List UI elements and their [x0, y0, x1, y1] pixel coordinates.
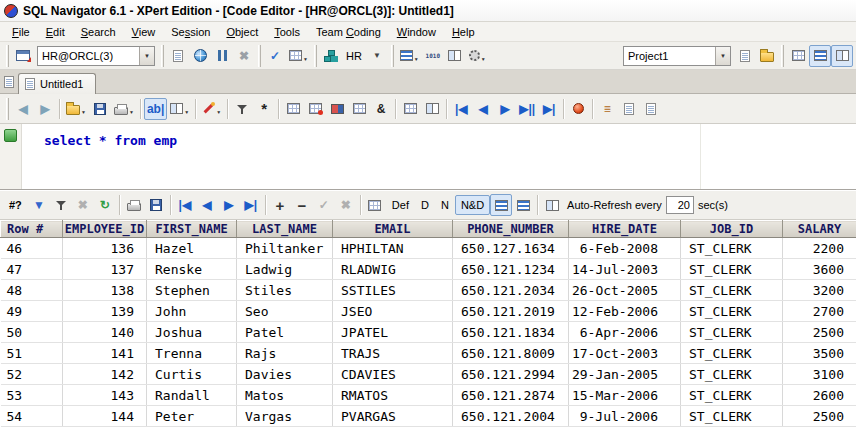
format-number-date-button[interactable]: N&D: [455, 195, 490, 215]
grid-cell[interactable]: 53: [1, 385, 63, 406]
history-page-icon[interactable]: [618, 98, 640, 120]
grid-cell[interactable]: Patel: [237, 322, 333, 343]
grid-cell[interactable]: 139: [63, 301, 147, 322]
preferences-icon[interactable]: ▼: [466, 45, 489, 67]
grid-cell[interactable]: 650.121.8009: [453, 343, 569, 364]
grid-cell[interactable]: 3100: [783, 364, 856, 385]
code-wizard-icon[interactable]: ▼: [199, 98, 224, 120]
stop-icon[interactable]: ✖: [233, 45, 255, 67]
grid-cell[interactable]: Philtanker: [237, 238, 333, 259]
grid-cell[interactable]: 650.121.1234: [453, 259, 569, 280]
grid-cell[interactable]: 137: [63, 259, 147, 280]
record-view-icon[interactable]: [512, 194, 534, 216]
open-session-icon[interactable]: [167, 45, 189, 67]
grid-cell[interactable]: 650.127.1634: [453, 238, 569, 259]
menu-item-edit[interactable]: Edit: [38, 24, 73, 40]
grid-cell[interactable]: 12-Feb-2006: [569, 301, 681, 322]
grid-cell[interactable]: Peter: [147, 406, 237, 427]
grid-cell[interactable]: Stiles: [237, 280, 333, 301]
grid-cell[interactable]: ST_CLERK: [681, 322, 783, 343]
grid-cell[interactable]: TRAJS: [333, 343, 453, 364]
grid-cell[interactable]: 650.121.2004: [453, 406, 569, 427]
grid-cell[interactable]: 136: [63, 238, 147, 259]
grid-cell[interactable]: CDAVIES: [333, 364, 453, 385]
db-navigator-icon[interactable]: [320, 45, 342, 67]
binary-format-icon[interactable]: 1010: [422, 45, 444, 67]
grid-cell[interactable]: ST_CLERK: [681, 385, 783, 406]
cancel-edit-icon[interactable]: ✖: [335, 194, 357, 216]
result-grid-icon[interactable]: [348, 98, 370, 120]
grid-cell[interactable]: Curtis: [147, 364, 237, 385]
grid-cell[interactable]: HPHILTAN: [333, 238, 453, 259]
grid-cell[interactable]: 650.121.2034: [453, 280, 569, 301]
grid-cell[interactable]: 650.121.2874: [453, 385, 569, 406]
spool-page-icon[interactable]: [640, 98, 662, 120]
column-header-email[interactable]: EMAIL: [333, 221, 453, 238]
column-header-phone-number[interactable]: PHONE_NUMBER: [453, 221, 569, 238]
filter-data-icon[interactable]: [50, 194, 72, 216]
select-star-icon[interactable]: *: [253, 98, 275, 120]
menu-item-object[interactable]: Object: [218, 24, 266, 40]
menu-item-search[interactable]: Search: [73, 24, 124, 40]
grid-cell[interactable]: 138: [63, 280, 147, 301]
grid-cell[interactable]: Renske: [147, 259, 237, 280]
delete-record-icon[interactable]: −: [291, 194, 313, 216]
menu-item-session[interactable]: Session: [163, 24, 218, 40]
grid-cell[interactable]: 48: [1, 280, 63, 301]
step-execute-icon[interactable]: ▶||: [516, 98, 538, 120]
grid-cell[interactable]: 52: [1, 364, 63, 385]
grid-cell[interactable]: Joshua: [147, 322, 237, 343]
commit-options-icon[interactable]: ▼: [286, 45, 311, 67]
refresh-icon[interactable]: ↻: [94, 194, 116, 216]
prior-result-icon[interactable]: ◀: [472, 98, 494, 120]
grid-cell[interactable]: 3600: [783, 259, 856, 280]
first-result-icon[interactable]: |◀: [450, 98, 472, 120]
single-record-view-icon[interactable]: [364, 194, 386, 216]
menu-item-tools[interactable]: Tools: [266, 24, 308, 40]
format-default-button[interactable]: Def: [386, 195, 415, 215]
grid-cell[interactable]: ST_CLERK: [681, 238, 783, 259]
sort-icon[interactable]: ▼: [28, 194, 50, 216]
nav-back-icon[interactable]: ◀: [12, 98, 34, 120]
grid-cell[interactable]: 3200: [783, 280, 856, 301]
grid-cell[interactable]: 17-Oct-2003: [569, 343, 681, 364]
task-bar-icon[interactable]: [787, 45, 809, 67]
grid-cell[interactable]: Hazel: [147, 238, 237, 259]
grid-cell[interactable]: John: [147, 301, 237, 322]
grid-cell[interactable]: ST_CLERK: [681, 406, 783, 427]
column-header-hire-date[interactable]: HIRE_DATE: [569, 221, 681, 238]
grid-cell[interactable]: 2600: [783, 385, 856, 406]
filter-icon[interactable]: [231, 98, 253, 120]
column-header-employee-id[interactable]: EMPLOYEE_ID: [63, 221, 147, 238]
refresh-interval-input[interactable]: [666, 196, 694, 214]
project-combo-arrow-icon[interactable]: ▼: [715, 47, 730, 65]
compare-icon[interactable]: [444, 45, 466, 67]
grid-cell[interactable]: 26-Oct-2005: [569, 280, 681, 301]
grid-cell[interactable]: ST_CLERK: [681, 343, 783, 364]
code-editor[interactable]: select * from emp: [0, 124, 856, 190]
grid-cell[interactable]: Randall: [147, 385, 237, 406]
output-window-icon[interactable]: ≡: [596, 98, 618, 120]
nav-forward-icon[interactable]: ▶: [34, 98, 56, 120]
menu-item-view[interactable]: View: [124, 24, 164, 40]
grid-cell[interactable]: 650.121.2994: [453, 364, 569, 385]
next-record-icon[interactable]: ▶: [218, 194, 240, 216]
grid-cell[interactable]: PVARGAS: [333, 406, 453, 427]
column-header-job-id[interactable]: JOB_ID: [681, 221, 783, 238]
code-layout-icon[interactable]: ▼: [167, 98, 192, 120]
stop-execution-icon[interactable]: [567, 98, 589, 120]
pause-icon[interactable]: [211, 45, 233, 67]
grid-cell[interactable]: Trenna: [147, 343, 237, 364]
grid-cell[interactable]: 140: [63, 322, 147, 343]
prior-record-icon[interactable]: ◀: [196, 194, 218, 216]
first-record-icon[interactable]: |◀: [174, 194, 196, 216]
find-replace-icon[interactable]: ab|: [144, 98, 167, 120]
split-layout-icon[interactable]: [831, 45, 853, 67]
web-support-icon[interactable]: [189, 45, 211, 67]
project-manager-icon[interactable]: [756, 45, 778, 67]
substitution-var-icon[interactable]: &: [370, 98, 392, 120]
grid-cell[interactable]: 15-Mar-2006: [569, 385, 681, 406]
grid-cell[interactable]: Davies: [237, 364, 333, 385]
grid-cell[interactable]: 6-Feb-2008: [569, 238, 681, 259]
grid-cell[interactable]: Stephen: [147, 280, 237, 301]
